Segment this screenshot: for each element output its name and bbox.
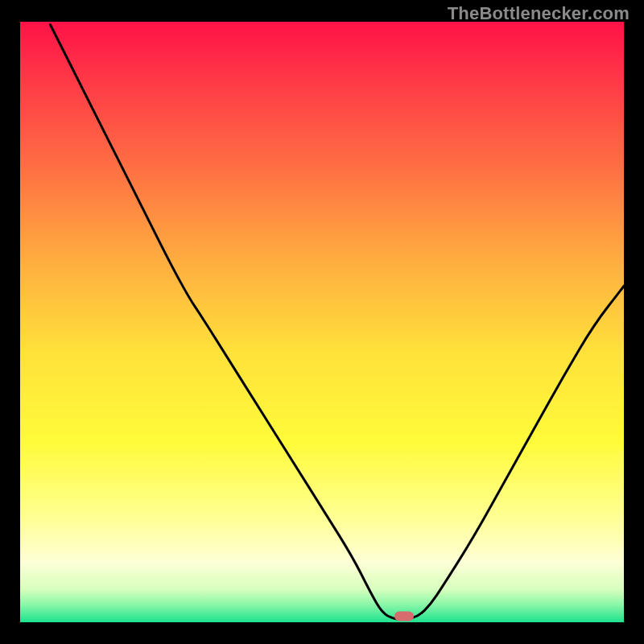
bottleneck-chart bbox=[0, 0, 644, 644]
plot-background bbox=[20, 22, 624, 622]
chart-frame: TheBottlenecker.com bbox=[0, 0, 644, 644]
optimal-marker bbox=[394, 612, 414, 621]
watermark-text: TheBottlenecker.com bbox=[448, 3, 630, 24]
